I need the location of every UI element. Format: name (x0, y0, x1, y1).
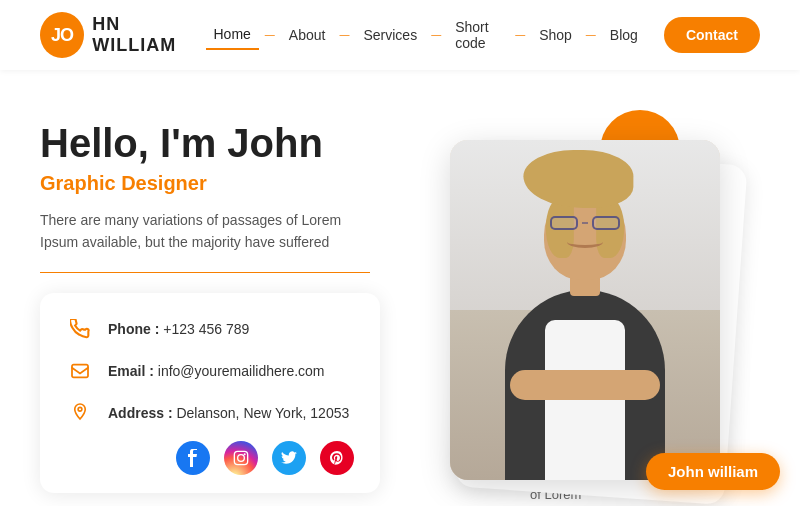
pinterest-icon[interactable] (320, 441, 354, 475)
nav-home[interactable]: Home (206, 20, 259, 50)
hero-title: Graphic Designer (40, 172, 380, 195)
logo: JO HN WILLIAM (40, 12, 206, 58)
nav-shortcode[interactable]: Short code (447, 13, 509, 57)
instagram-icon[interactable] (224, 441, 258, 475)
nav-dot-1: — (265, 30, 275, 40)
logo-icon: JO (40, 12, 84, 58)
phone-row: Phone : +123 456 789 (66, 315, 354, 343)
nav-blog[interactable]: Blog (602, 21, 646, 49)
nav-shop[interactable]: Shop (531, 21, 580, 49)
name-badge: John william (646, 453, 780, 490)
phone-icon (66, 315, 94, 343)
photo-bg (450, 140, 720, 480)
photo-front (450, 140, 720, 480)
address-row: Address : Delanson, New York, 12053 (66, 399, 354, 427)
twitter-icon[interactable] (272, 441, 306, 475)
nav-dot-5: — (586, 30, 596, 40)
svg-rect-2 (234, 451, 247, 464)
nav-dot-4: — (515, 30, 525, 40)
nav-services[interactable]: Services (355, 21, 425, 49)
info-card: Phone : +123 456 789 Email : info@yourem… (40, 293, 380, 493)
svg-point-1 (78, 407, 82, 411)
address-icon (66, 399, 94, 427)
email-row: Email : info@youremailidhere.com (66, 357, 354, 385)
main-section: Hello, I'm John Graphic Designer There a… (0, 70, 800, 506)
right-section: John william There are many variations o… (420, 110, 760, 506)
nav-dot-3: — (431, 30, 441, 40)
contact-button[interactable]: Contact (664, 17, 760, 53)
nav-about[interactable]: About (281, 21, 334, 49)
address-text: Address : Delanson, New York, 12053 (108, 405, 349, 421)
social-row (66, 441, 354, 475)
hero-greeting: Hello, I'm John (40, 120, 380, 166)
svg-point-4 (244, 453, 246, 455)
email-icon (66, 357, 94, 385)
photo-wrapper: John william (450, 140, 750, 506)
phone-text: Phone : +123 456 789 (108, 321, 249, 337)
svg-rect-0 (72, 364, 88, 377)
header: JO HN WILLIAM Home — About — Services — … (0, 0, 800, 70)
email-text: Email : info@youremailidhere.com (108, 363, 325, 379)
svg-point-3 (238, 454, 245, 461)
hero-description: There are many variations of passages of… (40, 209, 370, 273)
main-nav: Home — About — Services — Short code — S… (206, 13, 761, 57)
logo-text: HN WILLIAM (92, 14, 205, 56)
facebook-icon[interactable] (176, 441, 210, 475)
left-section: Hello, I'm John Graphic Designer There a… (40, 110, 380, 506)
nav-dot-2: — (339, 30, 349, 40)
